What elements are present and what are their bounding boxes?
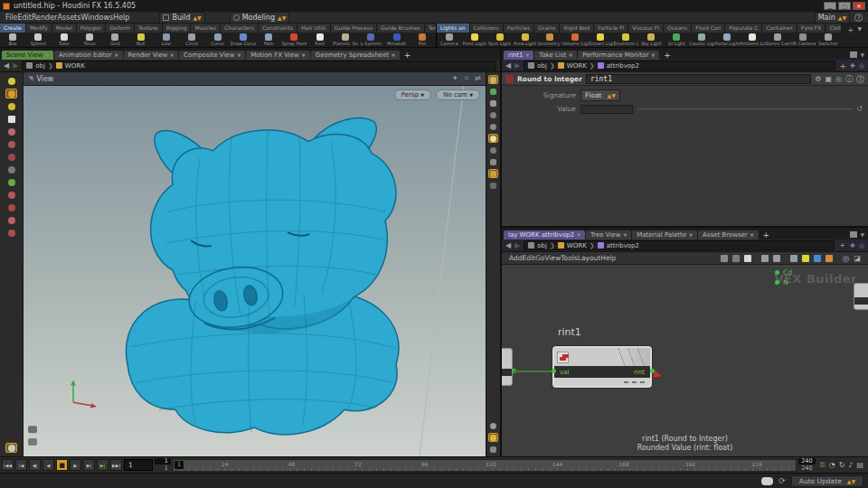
handles-tool-icon[interactable] bbox=[5, 127, 17, 136]
tab-dropdown-icon[interactable]: ▼ bbox=[577, 232, 580, 238]
pane-tab[interactable]: lay WORK attribvop2▼ bbox=[504, 230, 585, 239]
pane-tab[interactable]: Take List▼ bbox=[534, 51, 577, 60]
shelf-tab[interactable]: Lights an bbox=[437, 23, 470, 33]
menu-item[interactable]: Help bbox=[113, 14, 129, 22]
add-node-icon[interactable]: ＋ bbox=[838, 239, 846, 251]
network-menu-item[interactable]: Help bbox=[600, 254, 616, 262]
shelf-tab[interactable]: Cloth bbox=[826, 23, 841, 33]
maximize-button[interactable]: ▢ bbox=[838, 2, 851, 10]
shelf-tool[interactable]: File bbox=[410, 33, 435, 47]
info-icon[interactable]: ⓘ bbox=[845, 74, 853, 84]
tab-dropdown-icon[interactable]: ▼ bbox=[115, 52, 118, 58]
save-preset-icon[interactable]: ▣ bbox=[825, 75, 832, 83]
grid-toggle-icon[interactable] bbox=[488, 433, 498, 442]
view-menu-icon[interactable]: ◥ bbox=[28, 75, 33, 82]
range-end-field[interactable]: 240 bbox=[798, 458, 815, 465]
nav-forward-icon[interactable]: ▶ bbox=[13, 61, 18, 70]
shelf-tool[interactable]: Grid bbox=[102, 33, 127, 47]
build-desktop-dropdown[interactable]: Build ▲▼ bbox=[159, 12, 204, 23]
shelf-tab[interactable]: Fluid Con bbox=[692, 23, 725, 33]
shelf-tab[interactable]: Viscous Fl bbox=[628, 23, 664, 33]
shade-mode-icon[interactable] bbox=[488, 75, 498, 84]
list-view-icon[interactable] bbox=[773, 255, 780, 262]
timeline-ruler[interactable]: 1 24487296120144168192216 bbox=[173, 459, 797, 472]
shelf-tool[interactable]: Line bbox=[154, 33, 179, 47]
breadcrumb[interactable]: ❯ WORK bbox=[550, 242, 587, 249]
viewport-canvas[interactable]: Persp ▼ No cam ▼ bbox=[24, 86, 486, 456]
shelf-tab[interactable]: Particle Fl bbox=[594, 23, 628, 33]
tab-dropdown-icon[interactable]: ▼ bbox=[623, 232, 627, 238]
layout-icon[interactable]: ⇄ bbox=[475, 74, 481, 83]
auto-update-dropdown[interactable]: Auto Update ▲▼ bbox=[791, 475, 863, 487]
tab-dropdown-icon[interactable]: ▼ bbox=[689, 232, 693, 238]
pane-menu-icon[interactable]: ▼ bbox=[860, 52, 864, 58]
minimize-button[interactable]: ▁ bbox=[824, 2, 836, 10]
magnet2-tool-icon[interactable] bbox=[5, 202, 17, 212]
points-icon[interactable] bbox=[488, 110, 498, 119]
snapshot-icon[interactable] bbox=[790, 255, 797, 262]
grid-view-icon[interactable] bbox=[761, 255, 769, 262]
tools-icon[interactable] bbox=[721, 255, 728, 262]
snap-tool-icon[interactable] bbox=[5, 164, 17, 174]
menu-item[interactable]: Windows bbox=[80, 14, 113, 22]
shelf-tool[interactable]: Null bbox=[127, 33, 153, 47]
shelf-tab[interactable]: Modify bbox=[26, 23, 52, 33]
magnet4-tool-icon[interactable] bbox=[5, 228, 17, 238]
pane-tab[interactable]: Motion FX View▼ bbox=[246, 51, 309, 60]
search-icon[interactable]: ◎ bbox=[843, 254, 850, 263]
pane-tab[interactable]: Render View▼ bbox=[124, 51, 179, 60]
pane-tab[interactable]: rint1▼ bbox=[504, 51, 533, 60]
view-tool-icon[interactable] bbox=[5, 76, 17, 86]
audio-icon[interactable]: ♪ bbox=[848, 461, 853, 469]
shelf-tool[interactable]: Point Light bbox=[462, 33, 487, 47]
move-tool-icon[interactable] bbox=[5, 89, 17, 99]
shelf-tool[interactable]: Curve bbox=[204, 33, 230, 47]
select-tool-icon[interactable] bbox=[5, 114, 17, 124]
snap-icon[interactable]: ✦ bbox=[452, 74, 458, 83]
menu-item[interactable]: Render bbox=[32, 14, 57, 22]
transport-button[interactable]: ▶| bbox=[97, 459, 108, 471]
geometry-tool-icon[interactable] bbox=[5, 101, 17, 111]
pose-tool-icon[interactable] bbox=[5, 139, 17, 149]
tab-dropdown-icon[interactable]: ▼ bbox=[392, 52, 395, 58]
info-icon[interactable] bbox=[488, 421, 498, 430]
gear-icon[interactable]: ⚙ bbox=[815, 75, 821, 83]
no-cam-button[interactable]: No cam ▼ bbox=[436, 89, 480, 100]
shelf-tool[interactable]: Camera bbox=[437, 33, 462, 47]
pane-tab[interactable]: Asset Browser▼ bbox=[698, 230, 759, 239]
shelf-tool[interactable]: Geometry Light bbox=[537, 33, 562, 47]
shadows-icon[interactable] bbox=[488, 145, 498, 155]
network-menu-item[interactable]: Go bbox=[535, 254, 544, 262]
pane-maximize-icon[interactable] bbox=[850, 52, 857, 58]
playbar-options-icon[interactable]: ▤ bbox=[856, 461, 863, 469]
shelf-tab[interactable]: Hair Utils bbox=[297, 23, 330, 33]
normals-icon[interactable] bbox=[488, 122, 498, 131]
shelf-tab[interactable]: Collisions bbox=[470, 23, 504, 33]
add-shelf-tab-button[interactable]: + bbox=[847, 25, 854, 34]
shelf-tool[interactable]: Area Light bbox=[513, 33, 538, 47]
tab-dropdown-icon[interactable]: ▼ bbox=[45, 52, 49, 58]
realtime-icon[interactable]: ◔ bbox=[829, 461, 835, 469]
nav-back-icon[interactable]: ◀ bbox=[505, 241, 511, 249]
grid-icon[interactable]: ⌗ bbox=[465, 74, 469, 83]
paint-tool-icon[interactable] bbox=[5, 177, 17, 187]
network-menu-item[interactable]: View bbox=[544, 254, 561, 262]
lock-icon[interactable] bbox=[488, 99, 498, 108]
rint1-node[interactable]: val rint bbox=[552, 346, 652, 388]
shelf-tab[interactable]: Muscles bbox=[191, 23, 221, 33]
transport-button[interactable]: ▶ bbox=[70, 459, 81, 471]
yellow-note-icon[interactable] bbox=[802, 255, 809, 262]
transport-button[interactable]: ◀ bbox=[42, 459, 54, 471]
network-menu-item[interactable]: Edit bbox=[523, 254, 536, 262]
tab-dropdown-icon[interactable]: ▼ bbox=[569, 52, 572, 58]
transport-button[interactable]: |◀ bbox=[15, 459, 27, 471]
shelf-tab[interactable]: Particles bbox=[504, 23, 534, 33]
shelf-tool[interactable]: Volume Light bbox=[562, 33, 588, 47]
shelf-tool[interactable]: VR Camera bbox=[790, 33, 816, 47]
shelf-tool[interactable]: Metaball bbox=[383, 33, 409, 47]
close-button[interactable]: ✕ bbox=[853, 2, 865, 10]
crumbs-icon[interactable] bbox=[488, 181, 498, 190]
add-pane-tab-button[interactable]: + bbox=[760, 230, 774, 239]
transport-button[interactable]: |◀◀ bbox=[2, 459, 14, 471]
pin-icon[interactable]: ✚ bbox=[850, 242, 855, 249]
